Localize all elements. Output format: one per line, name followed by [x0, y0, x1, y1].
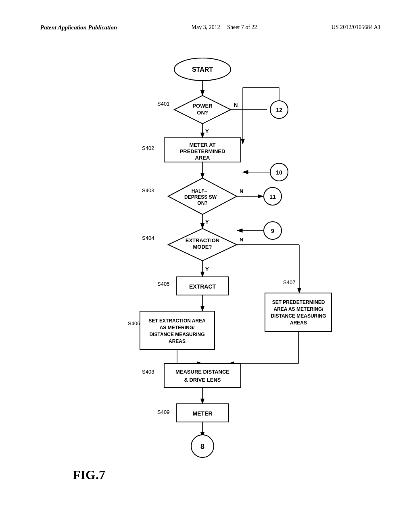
- power-on-text2: ON?: [197, 110, 208, 116]
- svg-rect-33: [164, 364, 241, 388]
- s404-label: S404: [142, 235, 154, 241]
- power-on-text1: POWER: [192, 103, 213, 109]
- set-predetermined-text4: AREAS: [290, 320, 307, 326]
- connector-8: 8: [200, 443, 204, 451]
- figure-label: FIG.7: [73, 468, 105, 482]
- set-extraction-text2: AS METERING/: [160, 325, 195, 330]
- s405-label: S405: [157, 281, 169, 287]
- half-depress-text2: DEPRESS SW: [184, 194, 217, 200]
- half-n-label: N: [240, 188, 243, 194]
- meter-area-text3: AREA: [195, 155, 210, 161]
- set-extraction-text1: SET EXTRACTION AREA: [148, 318, 206, 324]
- extraction-mode-text1: EXTRACTION: [186, 237, 220, 243]
- set-predetermined-text1: SET PREDETERMINED: [272, 299, 325, 305]
- connector-10: 10: [276, 169, 282, 176]
- connector-9: 9: [271, 228, 274, 234]
- patent-number: US 2012/0105684 A1: [332, 24, 381, 31]
- extraction-mode-text2: MODE?: [193, 244, 212, 250]
- power-n-label: N: [234, 102, 238, 108]
- set-predetermined-text2: AREA AS METERING/: [273, 306, 323, 312]
- half-depress-text3: ON?: [197, 200, 207, 206]
- s402-label: S402: [142, 145, 154, 151]
- meter-area-text1: METER AT: [190, 142, 216, 148]
- s406-label: S406: [128, 320, 140, 326]
- s409-label: S409: [157, 409, 169, 415]
- connector-12: 12: [276, 107, 282, 113]
- page-header: Patent Application Publication May 3, 20…: [40, 24, 381, 31]
- meter-area-text2: PREDETERMINED: [180, 148, 225, 154]
- set-predetermined-text3: DISTANCE MEASURING: [271, 313, 326, 319]
- publication-title: Patent Application Publication: [40, 24, 117, 31]
- set-extraction-text4: AREAS: [169, 339, 186, 344]
- meter-label: METER: [193, 410, 213, 417]
- s407-label: S407: [283, 279, 295, 285]
- diagram-container: START S401 POWER ON? N 12 Y: [40, 47, 381, 490]
- s408-label: S408: [142, 369, 154, 375]
- header-center: May 3, 2012 Sheet 7 of 22: [192, 24, 257, 31]
- sheet-info: Sheet 7 of 22: [227, 24, 257, 30]
- set-extraction-text3: DISTANCE MEASURING: [149, 332, 204, 337]
- measure-distance-text1: MEASURE DISTANCE: [175, 369, 229, 375]
- start-label: START: [192, 66, 213, 73]
- pub-date: May 3, 2012: [192, 24, 220, 30]
- page: Patent Application Publication May 3, 20…: [0, 0, 413, 532]
- power-y-label: Y: [205, 128, 209, 134]
- s403-label: S403: [142, 187, 154, 193]
- connector-11: 11: [269, 193, 276, 200]
- flowchart-svg: START S401 POWER ON? N 12 Y: [69, 47, 352, 490]
- half-depress-text1: HALF–: [192, 188, 207, 194]
- extract-label: EXTRACT: [189, 283, 216, 290]
- measure-distance-text2: & DRIVE LENS: [184, 377, 221, 383]
- half-y-label: Y: [205, 219, 209, 225]
- s401-label: S401: [157, 101, 169, 107]
- extraction-y-label: Y: [205, 266, 209, 272]
- extraction-n-label: N: [240, 237, 243, 243]
